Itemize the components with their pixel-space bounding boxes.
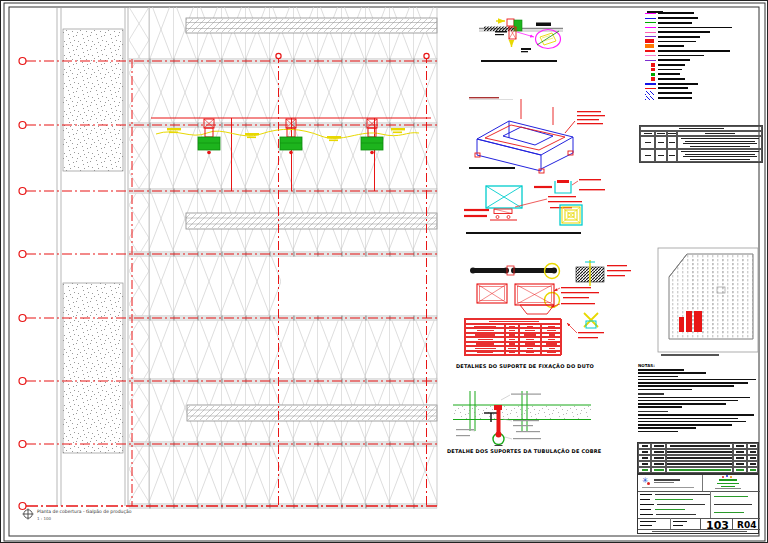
legend-swatch	[645, 55, 658, 56]
legend-swatch	[645, 39, 658, 43]
note-line-illegible	[638, 382, 748, 384]
copper-pipe	[496, 432, 502, 438]
detail-copper-supports	[453, 391, 591, 446]
title-block-footer	[638, 529, 760, 535]
legend-label-illegible	[658, 55, 704, 57]
table-cell-illegible	[677, 136, 762, 149]
legend-swatch	[645, 83, 658, 85]
table-cell-illegible	[655, 149, 667, 162]
plan-view-title: Planta de cobertura - Galpão de produção	[37, 509, 131, 514]
project-info-rows	[638, 491, 760, 518]
legend	[645, 11, 763, 100]
note-line-illegible	[638, 393, 664, 395]
note-line-illegible	[638, 369, 684, 371]
revision-table	[637, 442, 759, 474]
note-line-illegible	[638, 379, 756, 381]
caption-duct-support-detail: DETALHES DO SUPORTE DE FIXAÇÃO DO DUTO	[456, 363, 594, 369]
legend-swatch	[645, 32, 658, 33]
legend-label-illegible	[658, 59, 690, 61]
legend-swatch	[645, 22, 658, 23]
table-cell-illegible	[667, 149, 677, 162]
duct-band	[186, 18, 437, 33]
legend-label-illegible	[658, 31, 710, 33]
table-cell-illegible	[733, 467, 747, 473]
note-line-illegible	[638, 411, 668, 413]
duct-band	[186, 213, 437, 229]
notes-heading: NOTAS:	[638, 363, 655, 368]
table-cell-illegible	[519, 351, 541, 355]
legend-swatch	[645, 27, 658, 28]
key-plan	[658, 248, 758, 352]
note-line-illegible	[638, 406, 682, 408]
table-cell-illegible	[655, 136, 667, 149]
table-cell-illegible	[677, 149, 762, 162]
legend-label-illegible	[658, 92, 692, 94]
table-cell-illegible	[638, 467, 651, 473]
note-line-illegible	[638, 389, 692, 391]
note-line-illegible	[638, 403, 726, 405]
table-cell-illegible	[666, 467, 733, 473]
table-cell-illegible	[541, 351, 562, 355]
note-line-illegible	[638, 397, 750, 399]
legend-swatch	[645, 50, 658, 52]
note-line-illegible	[638, 427, 696, 429]
legend-label-illegible	[658, 45, 684, 47]
legend-item	[645, 95, 763, 100]
legend-swatch	[645, 63, 658, 67]
note-line-illegible	[638, 414, 754, 416]
detail-rail-installation	[479, 19, 563, 52]
legend-label-illegible	[658, 97, 692, 99]
legend-swatch	[645, 18, 658, 19]
duct-fixing-schedule-table	[464, 318, 561, 356]
table-cell-illegible	[747, 467, 758, 473]
legend-label-illegible	[658, 78, 685, 80]
note-line-illegible	[638, 418, 738, 420]
caption-keyplan-illegible	[661, 354, 719, 356]
note-line-illegible	[638, 431, 678, 433]
legend-label-illegible	[658, 87, 688, 89]
anniversary-logo	[702, 475, 760, 491]
caption-iso-detail-illegible	[469, 167, 515, 169]
roof-plan	[19, 7, 437, 520]
plan-void	[281, 257, 437, 316]
note-line-illegible	[638, 424, 732, 426]
legend-label-illegible	[658, 83, 698, 85]
legend-label-illegible	[658, 69, 682, 71]
plan-scale: 1 : 100	[37, 516, 51, 521]
caption-rail-detail-illegible	[481, 60, 557, 62]
equipment-table	[639, 125, 763, 163]
note-line-illegible	[638, 421, 746, 423]
notes-block	[638, 369, 760, 434]
legend-swatch	[645, 60, 658, 61]
table-cell-illegible	[640, 136, 655, 149]
note-line-illegible	[638, 372, 706, 374]
legend-label-illegible	[658, 50, 730, 52]
detail-duct-section	[464, 179, 605, 225]
legend-label-illegible	[658, 27, 732, 29]
legend-swatch	[645, 36, 658, 37]
caption-copper-pipe-detail: DETALHE DOS SUPORTES DA TUBULAÇÃO DE COB…	[447, 448, 602, 454]
table-cell-illegible	[667, 136, 677, 149]
title-block: ✳ 103 R04	[637, 474, 759, 534]
legend-label-illegible	[658, 36, 700, 38]
legend-label-illegible	[658, 22, 692, 24]
sheet-number-row: 103 R04	[638, 518, 760, 529]
table-cell-illegible	[465, 351, 505, 355]
legend-swatch	[645, 96, 658, 100]
legend-swatch	[645, 68, 658, 72]
sheet-revision: R04	[737, 520, 756, 530]
caption-section-detail-illegible	[466, 232, 581, 234]
legend-swatch	[645, 88, 658, 89]
legend-swatch	[645, 13, 658, 14]
legend-label-illegible	[658, 41, 696, 43]
note-line-illegible	[638, 376, 678, 378]
company-logo-dot	[647, 482, 650, 485]
legend-swatch	[645, 77, 658, 81]
detail-duct-isometric	[469, 97, 605, 173]
drawing-sheet: DETALHES DO SUPORTE DE FIXAÇÃO DO DUTO D…	[0, 0, 768, 543]
table-cell-illegible	[505, 351, 519, 355]
north-scale-icon	[23, 509, 34, 520]
legend-label-illegible	[658, 73, 680, 75]
legend-label-illegible	[658, 17, 698, 19]
legend-swatch	[645, 73, 658, 77]
